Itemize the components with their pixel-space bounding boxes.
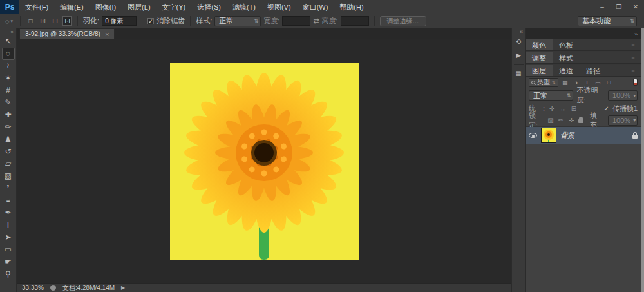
- status-bar: 33.33% 文档:4.28M/4.14M ▶: [17, 283, 511, 292]
- panel-menu-icon[interactable]: ≡: [625, 52, 641, 63]
- adjustments-panel-group: 调整 样式 ≡: [526, 52, 641, 64]
- tool-preset-picker[interactable]: ◌ ▾: [3, 17, 15, 25]
- window-right-edge: [641, 28, 644, 292]
- layer-thumbnail[interactable]: [541, 128, 556, 143]
- panel-menu-icon[interactable]: ≡: [625, 39, 641, 50]
- lock-transparent-icon[interactable]: ▨: [547, 117, 554, 124]
- path-selection-tool[interactable]: ➤: [2, 231, 15, 244]
- filter-shape-icon[interactable]: ▭: [594, 79, 602, 86]
- stepper-icon: ⇅: [567, 93, 571, 99]
- crop-tool[interactable]: #: [2, 84, 15, 97]
- tab-color[interactable]: 颜色: [526, 39, 553, 50]
- unify-style-icon[interactable]: ⊞: [570, 105, 578, 112]
- menu-image[interactable]: 图像(I): [90, 0, 122, 14]
- close-button[interactable]: ✕: [627, 0, 644, 14]
- height-input[interactable]: [341, 16, 369, 26]
- unify-position-icon[interactable]: ✛: [548, 105, 556, 112]
- restore-button[interactable]: ❐: [611, 0, 627, 14]
- menu-filter[interactable]: 滤镜(T): [227, 0, 261, 14]
- menu-layer[interactable]: 图层(L): [122, 0, 156, 14]
- tools-collapse-icon[interactable]: »: [11, 29, 16, 35]
- tab-layers[interactable]: 图层: [526, 65, 553, 76]
- hand-tool[interactable]: ☛: [2, 256, 15, 268]
- brush-tool[interactable]: ✏: [2, 121, 15, 133]
- menu-help[interactable]: 帮助(H): [334, 0, 369, 14]
- visibility-eye-icon[interactable]: [529, 133, 537, 138]
- opacity-dropdown[interactable]: 100% ▾: [608, 90, 638, 101]
- tab-swatches[interactable]: 色板: [553, 39, 580, 50]
- menu-edit[interactable]: 编辑(E): [54, 0, 90, 14]
- history-brush-tool[interactable]: ↺: [2, 146, 15, 158]
- filter-type-icon[interactable]: T: [583, 79, 591, 86]
- filter-smart-object-icon[interactable]: ⊡: [605, 79, 613, 86]
- refine-edge-button[interactable]: 调整边缘…: [380, 16, 426, 26]
- lasso-tool[interactable]: ≀: [2, 60, 15, 72]
- actions-panel-icon[interactable]: ▶: [513, 50, 524, 61]
- tab-channels[interactable]: 通道: [553, 65, 580, 76]
- layer-row-background[interactable]: 背景: [526, 127, 641, 144]
- filter-pixel-icon[interactable]: ▦: [561, 79, 569, 86]
- rectangle-tool[interactable]: ▭: [2, 244, 15, 256]
- lock-move-icon[interactable]: ✛: [568, 117, 575, 124]
- style-dropdown[interactable]: 正常 ⇅: [214, 16, 261, 26]
- menu-file[interactable]: 文件(F): [19, 0, 54, 14]
- layers-panel-group: 图层 通道 路径 ≡: [526, 65, 641, 77]
- move-tool[interactable]: ↖: [2, 35, 15, 48]
- menu-window[interactable]: 窗口(W): [297, 0, 334, 14]
- tab-styles[interactable]: 样式: [553, 52, 580, 63]
- quick-selection-tool[interactable]: ✶: [2, 72, 15, 84]
- swap-dimensions-icon[interactable]: ⇄: [313, 17, 319, 25]
- menu-type[interactable]: 文字(Y): [156, 0, 192, 14]
- subtract-selection-button[interactable]: ⊟: [50, 16, 60, 26]
- propagate-label: 传播帧1: [612, 104, 638, 113]
- panels-collapse-icon[interactable]: »: [634, 31, 638, 37]
- pen-tool[interactable]: ✒: [2, 207, 15, 219]
- tab-close-icon[interactable]: ×: [105, 30, 109, 38]
- panel-menu-icon[interactable]: ≡: [625, 65, 641, 76]
- minimize-button[interactable]: –: [594, 0, 611, 14]
- menu-view[interactable]: 视图(V): [261, 0, 297, 14]
- document-tab[interactable]: 3-92.jpg @ 33.3%(RGB/8) ×: [19, 28, 115, 39]
- blur-tool[interactable]: ❜: [2, 182, 15, 195]
- status-icon: [50, 285, 56, 291]
- menu-select[interactable]: 选择(S): [191, 0, 227, 14]
- blend-mode-dropdown[interactable]: 正常 ⇅: [529, 90, 573, 101]
- filter-adjustment-icon[interactable]: ◑: [572, 79, 580, 86]
- caret-down-icon: ▾: [633, 117, 636, 123]
- history-panel-icon[interactable]: ⟲: [513, 37, 524, 48]
- lock-all-icon[interactable]: [578, 119, 583, 123]
- eraser-tool[interactable]: ▱: [2, 158, 15, 170]
- layer-name[interactable]: 背景: [560, 131, 574, 141]
- lock-paint-icon[interactable]: ✏: [557, 117, 564, 124]
- clone-stamp-tool[interactable]: ♟: [2, 133, 15, 146]
- add-selection-button[interactable]: ⊞: [38, 16, 48, 26]
- lock-row: 锁定: ▨ ✏ ✛ 填充: 100% ▾: [526, 114, 641, 127]
- search-icon: [531, 81, 535, 84]
- tab-paths[interactable]: 路径: [580, 65, 607, 76]
- character-panel-icon[interactable]: ▦: [513, 68, 524, 79]
- zoom-tool[interactable]: ⚲: [2, 268, 15, 280]
- fill-dropdown[interactable]: 100% ▾: [608, 115, 638, 126]
- canvas[interactable]: [17, 39, 511, 283]
- status-menu-arrow-icon[interactable]: ▶: [121, 285, 125, 291]
- gradient-tool[interactable]: ▧: [2, 170, 15, 182]
- layer-filter-dropdown[interactable]: 类型 ⇅: [529, 78, 558, 87]
- dock-expand-icon[interactable]: «: [520, 29, 525, 35]
- workspace-dropdown[interactable]: 基本功能 ⇅: [578, 16, 637, 26]
- feather-input[interactable]: 0 像素: [102, 16, 137, 26]
- type-tool[interactable]: T: [2, 219, 15, 231]
- zoom-level-field[interactable]: 33.33%: [22, 284, 44, 291]
- dock-divider: [514, 64, 524, 65]
- dodge-tool[interactable]: ◒: [2, 195, 15, 207]
- intersect-selection-button[interactable]: ⊡: [62, 16, 72, 26]
- spot-healing-brush-tool[interactable]: ✚: [2, 109, 15, 121]
- filter-toggle-icon[interactable]: [633, 79, 638, 86]
- eyedropper-tool[interactable]: ✎: [2, 97, 15, 109]
- new-selection-button[interactable]: □: [26, 16, 35, 26]
- unify-visibility-icon[interactable]: ↔: [559, 105, 567, 112]
- width-input[interactable]: [282, 16, 310, 26]
- tab-adjustments[interactable]: 调整: [526, 52, 553, 63]
- antialias-checkbox[interactable]: ✓: [147, 18, 154, 24]
- elliptical-marquee-tool[interactable]: ◌: [2, 48, 15, 60]
- options-bar: ◌ ▾ □ ⊞ ⊟ ⊡ 羽化: 0 像素 ✓ 消除锯齿 样式: 正常 ⇅ 宽度:…: [0, 14, 644, 28]
